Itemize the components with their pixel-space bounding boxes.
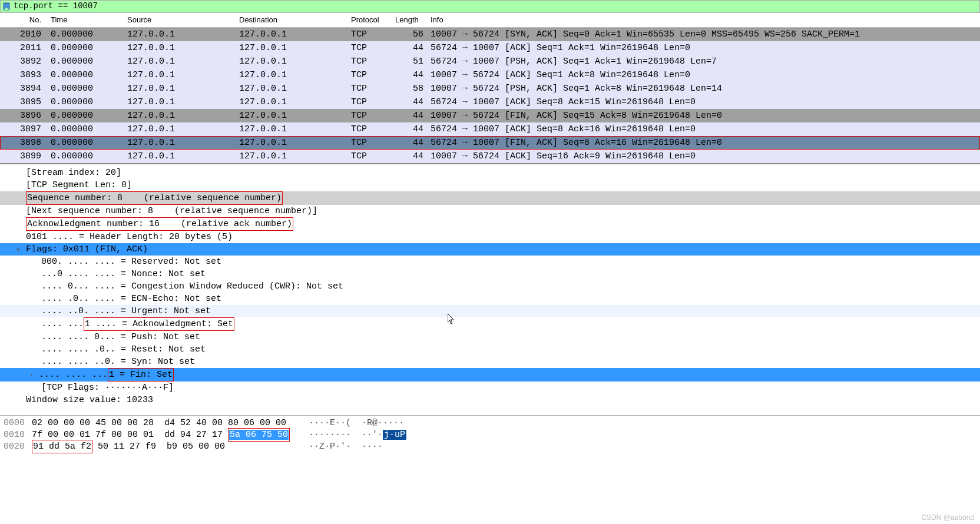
detail-flag-reserved[interactable]: 000. .... .... = Reserved: Not set bbox=[0, 256, 980, 268]
cell-len: 44 bbox=[392, 150, 427, 163]
hex-offset: 0000 bbox=[4, 417, 32, 429]
red-annotation-box: 91 dd 5a f2 bbox=[32, 440, 92, 453]
detail-flags-summary[interactable]: ∨Flags: 0x011 (FIN, ACK) bbox=[0, 243, 980, 256]
cell-dst: 127.0.0.1 bbox=[236, 109, 347, 122]
cell-len: 44 bbox=[392, 136, 427, 150]
detail-flag-nonce[interactable]: ...0 .... .... = Nonce: Not set bbox=[0, 268, 980, 280]
cell-src: 127.0.0.1 bbox=[124, 150, 236, 163]
cell-src: 127.0.0.1 bbox=[124, 82, 236, 95]
cell-len: 58 bbox=[392, 82, 427, 95]
detail-flag-ecn[interactable]: .... .0.. .... = ECN-Echo: Not set bbox=[0, 293, 980, 305]
collapse-icon[interactable]: ∨ bbox=[14, 245, 22, 254]
display-filter-bar[interactable] bbox=[0, 0, 980, 13]
detail-stream-index[interactable]: [Stream index: 20] bbox=[0, 167, 980, 179]
cell-info: 56724 → 10007 [ACK] Seq=8 Ack=16 Win=261… bbox=[427, 122, 980, 136]
cell-dst: 127.0.0.1 bbox=[236, 28, 347, 41]
cell-no: 3899 bbox=[0, 150, 47, 163]
packet-row[interactable]: 38990.000000127.0.0.1127.0.0.1TCP4410007… bbox=[0, 150, 980, 163]
hex-ascii[interactable]: ····E··( ·R@····· bbox=[309, 417, 404, 429]
cell-len: 44 bbox=[392, 41, 427, 55]
packet-row[interactable]: 38980.000000127.0.0.1127.0.0.1TCP4456724… bbox=[0, 136, 980, 150]
detail-tcp-seg-len[interactable]: [TCP Segment Len: 0] bbox=[0, 179, 980, 191]
cell-len: 56 bbox=[392, 28, 427, 41]
detail-header-length[interactable]: 0101 .... = Header Length: 20 bytes (5) bbox=[0, 231, 980, 243]
cell-info: 56724 → 10007 [ACK] Seq=8 Ack=15 Win=261… bbox=[427, 95, 980, 109]
cell-dst: 127.0.0.1 bbox=[236, 150, 347, 163]
detail-next-seq[interactable]: [Next sequence number: 8 (relative seque… bbox=[0, 205, 980, 217]
packet-row[interactable]: 38930.000000127.0.0.1127.0.0.1TCP4410007… bbox=[0, 68, 980, 82]
cell-info: 56724 → 10007 [FIN, ACK] Seq=8 Ack=16 Wi… bbox=[427, 136, 980, 150]
detail-flag-ack[interactable]: .... ...1 .... = Acknowledgment: Set bbox=[0, 317, 980, 331]
hex-bytes[interactable]: 91 dd 5a f2 50 11 27 f9 b9 05 00 00 bbox=[32, 440, 309, 453]
col-header-dest[interactable]: Destination bbox=[236, 14, 347, 26]
hex-highlight: 5a 06 75 50 bbox=[229, 430, 289, 440]
hex-ascii[interactable]: ··Z·P·'· ···· bbox=[309, 440, 383, 453]
detail-flag-syn[interactable]: .... .... ..0. = Syn: Not set bbox=[0, 356, 980, 368]
packet-details-pane[interactable]: [Stream index: 20] [TCP Segment Len: 0] … bbox=[0, 164, 980, 415]
col-header-length[interactable]: Length bbox=[392, 14, 427, 26]
cell-info: 10007 → 56724 [SYN, ACK] Seq=0 Ack=1 Win… bbox=[427, 28, 980, 41]
cell-dst: 127.0.0.1 bbox=[236, 136, 347, 150]
packet-row[interactable]: 38960.000000127.0.0.1127.0.0.1TCP4410007… bbox=[0, 109, 980, 122]
packet-row[interactable]: 38920.000000127.0.0.1127.0.0.1TCP5156724… bbox=[0, 55, 980, 68]
col-header-protocol[interactable]: Protocol bbox=[347, 14, 392, 26]
red-annotation-box: Acknowledgment number: 16 (relative ack … bbox=[26, 217, 293, 231]
cell-time: 0.000000 bbox=[47, 41, 124, 55]
detail-ack-number[interactable]: Acknowledgment number: 16 (relative ack … bbox=[0, 217, 980, 231]
cell-no: 3892 bbox=[0, 55, 47, 68]
cell-no: 3895 bbox=[0, 95, 47, 109]
detail-flag-reset[interactable]: .... .... .0.. = Reset: Not set bbox=[0, 343, 980, 356]
packet-list-header[interactable]: No. Time Source Destination Protocol Len… bbox=[0, 13, 980, 28]
hex-row[interactable]: 0010 7f 00 00 01 7f 00 00 01 dd 94 27 17… bbox=[0, 429, 980, 440]
cell-proto: TCP bbox=[347, 55, 392, 68]
packet-row[interactable]: 20100.000000127.0.0.1127.0.0.1TCP5610007… bbox=[0, 28, 980, 41]
cell-no: 3898 bbox=[0, 136, 47, 150]
cell-no: 3897 bbox=[0, 122, 47, 136]
cell-info: 56724 → 10007 [PSH, ACK] Seq=1 Ack=1 Win… bbox=[427, 55, 980, 68]
cell-dst: 127.0.0.1 bbox=[236, 82, 347, 95]
expand-icon[interactable]: › bbox=[27, 370, 35, 379]
detail-tcp-flags-summary[interactable]: [TCP Flags: ·······A···F] bbox=[0, 382, 980, 394]
cell-src: 127.0.0.1 bbox=[124, 109, 236, 122]
detail-flag-cwr[interactable]: .... 0... .... = Congestion Window Reduc… bbox=[0, 280, 980, 293]
cell-time: 0.000000 bbox=[47, 82, 124, 95]
cell-len: 44 bbox=[392, 122, 427, 136]
cell-proto: TCP bbox=[347, 95, 392, 109]
cell-proto: TCP bbox=[347, 68, 392, 82]
cell-len: 51 bbox=[392, 55, 427, 68]
cell-no: 3896 bbox=[0, 109, 47, 122]
packet-bytes-pane[interactable]: 0000 02 00 00 00 45 00 00 28 d4 52 40 00… bbox=[0, 415, 980, 453]
cell-time: 0.000000 bbox=[47, 136, 124, 150]
display-filter-input[interactable] bbox=[12, 0, 977, 13]
packet-row[interactable]: 38940.000000127.0.0.1127.0.0.1TCP5810007… bbox=[0, 82, 980, 95]
cell-dst: 127.0.0.1 bbox=[236, 55, 347, 68]
col-header-no[interactable]: No. bbox=[0, 14, 47, 26]
hex-row[interactable]: 0000 02 00 00 00 45 00 00 28 d4 52 40 00… bbox=[0, 417, 980, 429]
cell-proto: TCP bbox=[347, 28, 392, 41]
cell-src: 127.0.0.1 bbox=[124, 122, 236, 136]
detail-flag-fin[interactable]: ›.... .... ...1 = Fin: Set bbox=[0, 368, 980, 382]
cell-dst: 127.0.0.1 bbox=[236, 41, 347, 55]
cell-src: 127.0.0.1 bbox=[124, 28, 236, 41]
detail-flag-push[interactable]: .... .... 0... = Push: Not set bbox=[0, 331, 980, 343]
packet-row[interactable]: 38970.000000127.0.0.1127.0.0.1TCP4456724… bbox=[0, 122, 980, 136]
bookmark-icon bbox=[3, 2, 10, 11]
ascii-highlight: j·uP bbox=[383, 430, 406, 440]
cell-info: 10007 → 56724 [ACK] Seq=1 Ack=8 Win=2619… bbox=[427, 68, 980, 82]
packet-list-pane[interactable]: No. Time Source Destination Protocol Len… bbox=[0, 13, 980, 164]
packet-row[interactable]: 38950.000000127.0.0.1127.0.0.1TCP4456724… bbox=[0, 95, 980, 109]
cell-dst: 127.0.0.1 bbox=[236, 68, 347, 82]
hex-ascii[interactable]: ········ ··'·j·uP bbox=[309, 429, 406, 441]
hex-row[interactable]: 0020 91 dd 5a f2 50 11 27 f9 b9 05 00 00… bbox=[0, 440, 980, 452]
detail-sequence-number[interactable]: Sequence number: 8 (relative sequence nu… bbox=[0, 191, 980, 205]
detail-window-size[interactable]: Window size value: 10233 bbox=[0, 394, 980, 406]
cell-info: 10007 → 56724 [ACK] Seq=16 Ack=9 Win=261… bbox=[427, 150, 980, 163]
col-header-time[interactable]: Time bbox=[47, 14, 124, 26]
cell-time: 0.000000 bbox=[47, 109, 124, 122]
detail-flag-urgent[interactable]: .... ..0. .... = Urgent: Not set bbox=[0, 305, 980, 317]
hex-bytes[interactable]: 02 00 00 00 45 00 00 28 d4 52 40 00 80 0… bbox=[32, 417, 309, 429]
packet-row[interactable]: 20110.000000127.0.0.1127.0.0.1TCP4456724… bbox=[0, 41, 980, 55]
col-header-source[interactable]: Source bbox=[124, 14, 236, 26]
col-header-info[interactable]: Info bbox=[427, 14, 980, 26]
red-annotation-box: 1 = Fin: Set bbox=[108, 368, 174, 382]
